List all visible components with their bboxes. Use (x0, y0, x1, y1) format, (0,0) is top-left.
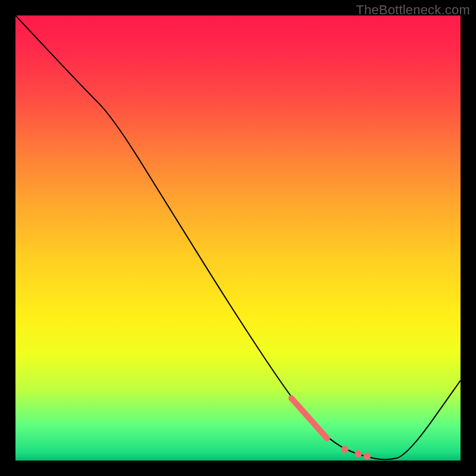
chart-svg (15, 15, 461, 461)
highlight-dot (355, 450, 362, 458)
highlight-dots (342, 446, 371, 459)
watermark-text: TheBottleneck.com (356, 2, 470, 18)
highlight-segment (292, 398, 327, 438)
highlight-dot (342, 446, 349, 453)
bottleneck-curve (15, 15, 461, 459)
chart-area (15, 15, 461, 461)
highlight-dot (364, 453, 371, 460)
